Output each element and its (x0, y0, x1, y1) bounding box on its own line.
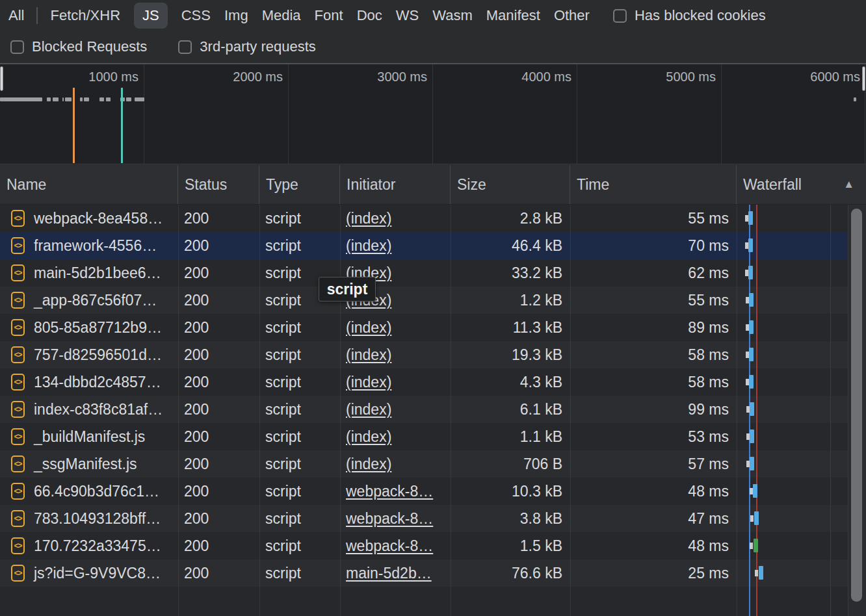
request-type-cell: script (259, 478, 340, 505)
vertical-scrollbar-thumb[interactable] (851, 209, 862, 602)
request-type-cell: script (259, 450, 340, 478)
initiator-link[interactable]: (index) (346, 346, 391, 364)
request-row[interactable]: <> framework-4556… 200 script (index) 46… (0, 232, 866, 259)
request-row[interactable]: <> webpack-8ea458… 200 script (index) 2.… (0, 205, 866, 232)
request-status-cell: 200 (178, 368, 259, 396)
initiator-link[interactable]: (index) (346, 428, 391, 446)
timeline-gridline (144, 64, 144, 164)
column-header-time[interactable]: Time (570, 165, 737, 204)
minimap-request-bar (854, 97, 856, 101)
waterfall-download-bar (749, 293, 754, 307)
request-row[interactable]: <> 66.4c90b3d76c1… 200 script webpack-8…… (0, 478, 866, 505)
initiator-link[interactable]: (index) (346, 401, 391, 418)
timeline-gridline (432, 64, 433, 164)
initiator-link[interactable]: (index) (346, 319, 391, 337)
request-row[interactable]: <> _buildManifest.js 200 script (index) … (0, 423, 866, 450)
column-header-initiator[interactable]: Initiator (340, 165, 451, 204)
request-name-cell[interactable]: <> framework-4556… (0, 232, 178, 259)
sort-ascending-icon[interactable]: ▲ (843, 178, 854, 191)
timeline-tick-label: 5000 ms (618, 70, 716, 84)
request-time: 55 ms (688, 292, 729, 309)
request-name-cell[interactable]: <> 805-85a87712b9… (0, 314, 178, 341)
request-name-cell[interactable]: <> _app-867c56f07… (0, 287, 178, 314)
request-initiator-cell: (index) (340, 314, 451, 341)
network-overview-timeline[interactable]: 1000 ms2000 ms3000 ms4000 ms5000 ms6000 … (0, 63, 866, 164)
waterfall-queue-block (750, 543, 753, 549)
request-row[interactable]: <> 783.10493128bff… 200 script webpack-8… (0, 505, 866, 532)
initiator-link[interactable]: (index) (346, 237, 391, 255)
request-name-cell[interactable]: <> 66.4c90b3d76c1… (0, 478, 178, 505)
request-row[interactable]: <> _ssgManifest.js 200 script (index) 70… (0, 450, 866, 478)
request-row[interactable]: <> 170.7232a33475… 200 script webpack-8…… (0, 532, 866, 559)
filter-ws[interactable]: WS (396, 7, 419, 24)
blocked-requests-filter[interactable]: Blocked Requests (10, 38, 147, 55)
filter-row-secondary: Blocked Requests 3rd-party requests (0, 31, 866, 62)
request-row[interactable]: <> main-5d2b1bee6… 200 script (index) 33… (0, 259, 866, 287)
has-blocked-cookies-checkbox[interactable] (613, 9, 627, 23)
waterfall-download-bar (753, 484, 757, 498)
request-row[interactable]: <> 757-d82596501d… 200 script (index) 19… (0, 341, 866, 368)
column-header-size[interactable]: Size (451, 165, 570, 204)
request-initiator-cell: (index) (340, 341, 451, 368)
request-size-cell: 4.3 kB (451, 368, 570, 396)
filter-font[interactable]: Font (315, 7, 343, 24)
filter-fetch-xhr[interactable]: Fetch/XHR (50, 7, 120, 24)
request-time: 55 ms (688, 210, 729, 227)
third-party-requests-checkbox[interactable] (178, 40, 192, 54)
request-name-cell[interactable]: <> 783.10493128bff… (0, 505, 178, 532)
request-initiator-cell: webpack-8… (340, 478, 451, 505)
filter-other[interactable]: Other (554, 7, 590, 24)
request-name-cell[interactable]: <> webpack-8ea458… (0, 205, 178, 232)
status-code: 200 (184, 401, 209, 418)
overview-left-handle[interactable] (0, 66, 3, 91)
request-name: _ssgManifest.js (34, 456, 137, 473)
request-name-cell[interactable]: <> main-5d2b1bee6… (0, 259, 178, 287)
request-size: 2.8 kB (520, 210, 562, 227)
request-name-cell[interactable]: <> index-c83f8c81af… (0, 396, 178, 423)
request-time: 58 ms (688, 346, 729, 364)
request-size: 6.1 kB (520, 401, 562, 418)
column-header-status[interactable]: Status (178, 165, 259, 204)
column-header-waterfall[interactable]: Waterfall ▲ (737, 165, 866, 204)
filter-css[interactable]: CSS (181, 7, 211, 24)
filter-js[interactable]: JS (134, 3, 168, 29)
request-row[interactable]: <> 805-85a87712b9… 200 script (index) 11… (0, 314, 866, 341)
initiator-link[interactable]: (index) (346, 374, 391, 391)
initiator-link[interactable]: (index) (346, 456, 391, 473)
filter-media[interactable]: Media (262, 7, 301, 24)
request-name-cell[interactable]: <> _buildManifest.js (0, 423, 178, 450)
request-row[interactable]: <> index-c83f8c81af… 200 script (index) … (0, 396, 866, 423)
overview-right-handle[interactable] (862, 66, 865, 91)
filter-manifest[interactable]: Manifest (486, 7, 540, 24)
initiator-link[interactable]: webpack-8… (346, 510, 433, 528)
has-blocked-cookies-filter[interactable]: Has blocked cookies (613, 7, 766, 24)
request-initiator-cell: (index) (340, 232, 451, 259)
third-party-requests-filter[interactable]: 3rd-party requests (178, 38, 316, 55)
type-tooltip: script (319, 277, 376, 302)
filter-wasm[interactable]: Wasm (432, 7, 473, 24)
request-name-cell[interactable]: <> _ssgManifest.js (0, 450, 178, 478)
column-header-type[interactable]: Type (259, 165, 340, 204)
initiator-link[interactable]: webpack-8… (346, 483, 433, 500)
filter-doc[interactable]: Doc (357, 7, 382, 24)
status-code: 200 (184, 537, 209, 555)
minimap-request-bar (99, 97, 104, 101)
request-row[interactable]: <> _app-867c56f07… 200 script (index) 1.… (0, 287, 866, 314)
request-type-cell: script (259, 341, 340, 368)
column-header-name[interactable]: Name (0, 165, 178, 204)
script-file-icon: <> (11, 237, 25, 254)
request-name-cell[interactable]: <> 757-d82596501d… (0, 341, 178, 368)
request-row[interactable]: <> 134-dbbd2c4857… 200 script (index) 4.… (0, 368, 866, 396)
request-row[interactable]: <> js?id=G-9V9VC8… 200 script main-5d2b…… (0, 559, 866, 587)
request-name-cell[interactable]: <> js?id=G-9V9VC8… (0, 559, 178, 587)
request-waterfall-cell (737, 259, 866, 287)
request-name-cell[interactable]: <> 134-dbbd2c4857… (0, 368, 178, 396)
filter-img[interactable]: Img (224, 7, 248, 24)
initiator-link[interactable]: webpack-8… (346, 537, 433, 555)
filter-all[interactable]: All (8, 7, 24, 24)
initiator-link[interactable]: (index) (346, 210, 391, 227)
request-initiator-cell: webpack-8… (340, 532, 451, 559)
request-name-cell[interactable]: <> 170.7232a33475… (0, 532, 178, 559)
initiator-link[interactable]: main-5d2b… (346, 565, 432, 582)
blocked-requests-checkbox[interactable] (10, 40, 24, 54)
